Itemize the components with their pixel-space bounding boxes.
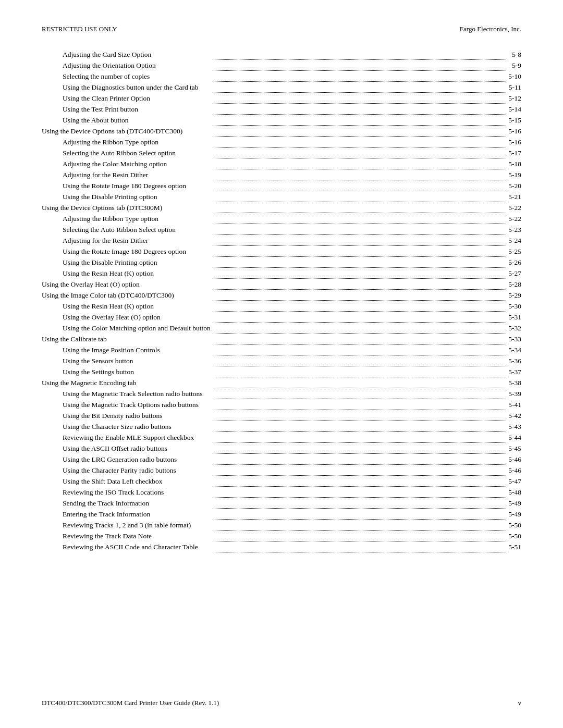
toc-page-num: 5-38 [506,377,521,388]
toc-row: Using the Color Matching option and Defa… [42,323,521,334]
toc-row: Entering the Track Information 5-49 [42,509,521,520]
toc-row: Sending the Track Information 5-49 [42,498,521,509]
toc-page-num: 5-9 [506,60,521,71]
toc-entry-text: Selecting the Auto Ribbon Select option [42,224,213,235]
toc-dots [213,147,506,158]
toc-page-num: 5-34 [506,344,521,355]
toc-dots [213,520,506,530]
toc-row: Using the Calibrate tab 5-33 [42,334,521,344]
toc-dots [213,334,506,344]
toc-row: Reviewing Tracks 1, 2 and 3 (in table fo… [42,520,521,530]
toc-entry-text: Using the Overlay Heat (O) option [42,312,213,323]
toc-entry-text: Using the Magnetic Track Options radio b… [42,399,213,410]
toc-dots [213,246,506,257]
toc-dots [213,49,506,60]
toc-dots [213,541,506,552]
toc-row: Adjusting for the Resin Dither 5-19 [42,169,521,180]
toc-dots [213,344,506,355]
toc-page-num: 5-14 [506,104,521,115]
toc-entry-text: Reviewing the Enable MLE Support checkbo… [42,432,213,443]
toc-dots [213,137,506,147]
toc-entry-text: Selecting the Auto Ribbon Select option [42,147,213,158]
toc-page-num: 5-25 [506,246,521,257]
toc-dots [213,169,506,180]
toc-row: Using the Diagnostics button under the C… [42,82,521,93]
header-right: Fargo Electronics, Inc. [460,25,521,33]
toc-row: Using the Magnetic Encoding tab 5-38 [42,377,521,388]
toc-dots [213,312,506,323]
toc-row: Using the Character Parity radio buttons… [42,465,521,476]
toc-page-num: 5-44 [506,432,521,443]
toc-page-num: 5-11 [506,82,521,93]
toc-page-num: 5-30 [506,301,521,312]
toc-entry-text: Using the About button [42,115,213,126]
toc-row: Using the Overlay Heat (O) option 5-28 [42,279,521,290]
toc-entry-text: Adjusting the Color Matching option [42,158,213,169]
toc-entry-text: Using the Rotate Image 180 Degrees optio… [42,180,213,191]
toc-page-num: 5-36 [506,355,521,366]
toc-dots [213,115,506,126]
toc-entry-text: Using the Diagnostics button under the C… [42,82,213,93]
toc-page-num: 5-19 [506,169,521,180]
toc-row: Using the Disable Printing option 5-21 [42,191,521,202]
toc-dots [213,268,506,279]
toc-dots [213,487,506,498]
toc-page-num: 5-27 [506,268,521,279]
toc-row: Reviewing the ASCII Code and Character T… [42,541,521,552]
toc-dots [213,530,506,541]
toc-dots [213,465,506,476]
page-footer: DTC400/DTC300/DTC300M Card Printer User … [42,699,521,707]
toc-entry-text: Using the Resin Heat (K) option [42,268,213,279]
toc-dots [213,323,506,334]
toc-row: Using the Device Options tab (DTC400/DTC… [42,126,521,137]
toc-table: Adjusting the Card Size Option 5-8Adjust… [42,49,521,552]
toc-page-num: 5-49 [506,509,521,520]
toc-page-num: 5-37 [506,366,521,377]
toc-row: Adjusting for the Resin Dither 5-24 [42,235,521,246]
toc-dots [213,410,506,421]
toc-page-num: 5-24 [506,235,521,246]
toc-row: Using the Image Color tab (DTC400/DTC300… [42,290,521,301]
toc-dots [213,93,506,104]
toc-page-num: 5-46 [506,465,521,476]
toc-row: Using the Disable Printing option 5-26 [42,257,521,268]
toc-entry-text: Using the Resin Heat (K) option [42,301,213,312]
toc-page-num: 5-49 [506,498,521,509]
toc-page-num: 5-31 [506,312,521,323]
toc-dots [213,126,506,137]
toc-page-num: 5-17 [506,147,521,158]
toc-page-num: 5-16 [506,126,521,137]
toc-page-num: 5-33 [506,334,521,344]
toc-entry-text: Using the Disable Printing option [42,257,213,268]
toc-row: Using the Rotate Image 180 Degrees optio… [42,180,521,191]
toc-page-num: 5-15 [506,115,521,126]
footer-right: v [518,699,522,707]
toc-page-num: 5-48 [506,487,521,498]
toc-dots [213,432,506,443]
toc-row: Using the Clean Printer Option 5-12 [42,93,521,104]
toc-entry-text: Using the Color Matching option and Defa… [42,323,213,334]
toc-page-num: 5-32 [506,323,521,334]
toc-dots [213,104,506,115]
toc-dots [213,443,506,454]
toc-dots [213,366,506,377]
toc-entry-text: Using the LRC Generation radio buttons [42,454,213,465]
toc-row: Using the Overlay Heat (O) option 5-31 [42,312,521,323]
toc-row: Using the Image Position Controls 5-34 [42,344,521,355]
toc-dots [213,257,506,268]
toc-row: Adjusting the Color Matching option 5-18 [42,158,521,169]
toc-entry-text: Using the Calibrate tab [42,334,213,344]
toc-dots [213,421,506,432]
toc-entry-text: Using the Character Size radio buttons [42,421,213,432]
toc-entry-text: Reviewing Tracks 1, 2 and 3 (in table fo… [42,520,213,530]
toc-page-num: 5-16 [506,137,521,147]
toc-entry-text: Selecting the number of copies [42,71,213,82]
toc-page-num: 5-51 [506,541,521,552]
toc-page-num: 5-26 [506,257,521,268]
toc-entry-text: Adjusting the Card Size Option [42,49,213,60]
toc-entry-text: Using the ASCII Offset radio buttons [42,443,213,454]
toc-row: Using the About button 5-15 [42,115,521,126]
toc-entry-text: Adjusting the Ribbon Type option [42,213,213,224]
toc-page-num: 5-10 [506,71,521,82]
toc-row: Using the Resin Heat (K) option 5-30 [42,301,521,312]
